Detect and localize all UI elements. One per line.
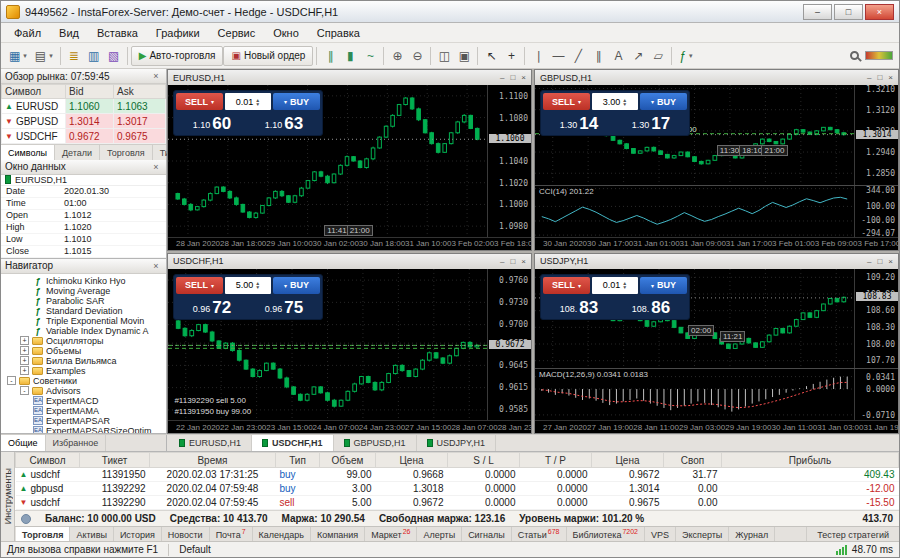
expand-icon[interactable]: + xyxy=(20,346,29,355)
tree-item[interactable]: ƒIchimoku Kinko Hyo xyxy=(3,276,166,286)
tree-item[interactable]: ƒStandard Deviation xyxy=(3,306,166,316)
minimize-chart-button[interactable]: – xyxy=(500,73,504,82)
close-icon[interactable]: × xyxy=(150,71,162,81)
profile-selector[interactable]: Default xyxy=(179,544,211,555)
tree-item[interactable]: +Examples xyxy=(3,366,166,376)
column-header[interactable]: Bid xyxy=(66,85,114,99)
trendline-button[interactable]: ╱ xyxy=(568,46,588,66)
chart-plot[interactable]: 1.32101.31201.30301.29401.28501.3014SELL… xyxy=(535,85,898,185)
tile-windows-button[interactable]: ◫ xyxy=(434,46,454,66)
minimize-chart-button[interactable]: – xyxy=(867,73,871,82)
buy-button[interactable]: ▾BUY xyxy=(640,93,687,110)
column-header[interactable]: Символ xyxy=(16,453,80,468)
market-watch-tab[interactable]: Торговля xyxy=(100,145,153,160)
position-row[interactable]: ▲usdchf113919502020.02.03 17:31:25buy99.… xyxy=(16,468,899,482)
menu-item[interactable]: Вставка xyxy=(88,25,147,41)
terminal-tab[interactable]: Эксперты xyxy=(676,527,729,542)
terminal-tab[interactable]: VPS xyxy=(645,527,676,542)
close-chart-button[interactable]: × xyxy=(888,257,893,266)
close-chart-button[interactable]: × xyxy=(888,73,893,82)
chart-plot[interactable]: 0.97600.97300.97000.96750.96450.96150.95… xyxy=(168,269,531,421)
menu-item[interactable]: Сервис xyxy=(209,25,265,41)
bars-chart-button[interactable]: ∥ xyxy=(320,46,340,66)
new-chart-button[interactable]: ▦▾ xyxy=(5,46,31,66)
data-window-toggle[interactable]: ▥ xyxy=(84,46,104,66)
restore-chart-button[interactable]: □ xyxy=(877,257,882,266)
tree-item[interactable]: +Билла Вильямса xyxy=(3,356,166,366)
chart-titlebar[interactable]: EURUSD,H1–□× xyxy=(168,70,531,85)
arrow-tool-button[interactable]: ↗ xyxy=(628,46,648,66)
buy-button[interactable]: ▾BUY xyxy=(273,277,320,294)
market-watch-tab[interactable]: Детали xyxy=(55,145,100,160)
terminal-tab[interactable]: Библиотека7202 xyxy=(567,527,646,542)
column-header[interactable]: Тип xyxy=(276,453,320,468)
position-row[interactable]: ▼usdchf113922902020.02.04 07:59:45sell5.… xyxy=(16,496,899,510)
strategy-tester-tab[interactable]: Тестер стратегий xyxy=(806,527,899,542)
expand-icon[interactable]: + xyxy=(20,336,29,345)
collapse-icon[interactable]: - xyxy=(20,386,29,395)
terminal-tab[interactable]: Маркет26 xyxy=(365,527,417,542)
tools-vertical-tab[interactable]: Инструменты xyxy=(1,452,15,541)
chart-titlebar[interactable]: USDCHF,H1–□× xyxy=(168,254,531,269)
chart-tab[interactable]: USDCHF,H1 xyxy=(252,435,334,451)
tree-item[interactable]: +Объемы xyxy=(3,346,166,356)
navigator-tab[interactable]: Общие xyxy=(1,435,46,451)
column-header[interactable]: Цена xyxy=(592,453,664,468)
market-watch-row[interactable]: ▼USDCHF0.96720.9675 xyxy=(2,129,166,144)
indicators-button[interactable]: ƒ▾ xyxy=(675,46,696,66)
tree-item[interactable]: ƒVariable Index Dynamic A xyxy=(3,326,166,336)
expand-icon[interactable]: + xyxy=(20,366,29,375)
tree-item[interactable]: ƒTriple Exponential Movin xyxy=(3,316,166,326)
navigator-tab[interactable]: Избранное xyxy=(46,435,107,451)
market-watch-row[interactable]: ▼GBPUSD1.30141.3017 xyxy=(2,114,166,129)
close-chart-button[interactable]: × xyxy=(521,257,526,266)
chart-plot[interactable]: 1.11001.10801.10601.10401.10201.10001.09… xyxy=(168,85,531,237)
close-button[interactable]: × xyxy=(865,4,894,20)
terminal-tab[interactable]: Журнал xyxy=(729,527,775,542)
close-icon[interactable]: × xyxy=(150,261,162,271)
sell-button[interactable]: SELL▾ xyxy=(543,277,590,294)
spinner-icon[interactable]: ▲▼ xyxy=(622,98,627,106)
column-header[interactable]: Цена xyxy=(376,453,448,468)
maximize-button[interactable]: □ xyxy=(834,4,863,20)
chart-titlebar[interactable]: GBPUSD,H1–□× xyxy=(535,70,898,85)
market-watch-toggle[interactable]: ≣ xyxy=(64,46,84,66)
sell-button[interactable]: SELL▾ xyxy=(176,277,223,294)
search-icon[interactable] xyxy=(850,51,859,60)
restore-chart-button[interactable]: □ xyxy=(510,73,515,82)
buy-button[interactable]: ▾BUY xyxy=(640,277,687,294)
channel-button[interactable]: ∥ xyxy=(588,46,608,66)
candles-chart-button[interactable]: ▮ xyxy=(340,46,360,66)
minimize-chart-button[interactable]: – xyxy=(867,257,871,266)
horizontal-line-button[interactable]: ― xyxy=(548,46,568,66)
column-header[interactable]: Объем xyxy=(320,453,376,468)
column-header[interactable]: T / P xyxy=(520,453,592,468)
terminal-tab[interactable]: Почта7 xyxy=(210,527,253,542)
close-chart-button[interactable]: × xyxy=(521,73,526,82)
terminal-tab[interactable]: Новости xyxy=(162,527,210,542)
menu-item[interactable]: Графики xyxy=(147,25,209,41)
zoom-in-button[interactable]: ⊕ xyxy=(387,46,407,66)
sell-button[interactable]: SELL▾ xyxy=(176,93,223,110)
collapse-icon[interactable]: - xyxy=(7,376,16,385)
navigator-toggle[interactable]: ▧ xyxy=(104,46,124,66)
chart-tab[interactable]: GBPUSD,H1 xyxy=(334,435,417,451)
terminal-tab[interactable]: Алерты xyxy=(417,527,462,542)
text-button[interactable]: A xyxy=(608,46,628,66)
tree-item[interactable]: ƒParabolic SAR xyxy=(3,296,166,306)
sell-button[interactable]: SELL▾ xyxy=(543,93,590,110)
terminal-tab[interactable]: Активы xyxy=(70,527,113,542)
cursor-button[interactable]: ↖ xyxy=(481,46,501,66)
expand-icon[interactable]: + xyxy=(20,356,29,365)
tree-item[interactable]: +Осцилляторы xyxy=(3,336,166,346)
autotrading-button[interactable]: ▶Авто-торговля xyxy=(131,46,224,66)
cascade-windows-button[interactable]: ▣ xyxy=(454,46,474,66)
menu-item[interactable]: Файл xyxy=(5,25,50,41)
lot-input[interactable]: 0.01▲▼ xyxy=(225,93,271,110)
new-order-button[interactable]: ▣Новый ордер xyxy=(223,46,313,66)
column-header[interactable]: Своп xyxy=(664,453,722,468)
market-watch-row[interactable]: ▲EURUSD1.10601.1063 xyxy=(2,99,166,114)
column-header[interactable]: Прибыль xyxy=(722,453,899,468)
terminal-tab[interactable]: История xyxy=(114,527,162,542)
terminal-tab[interactable]: Сигналы xyxy=(462,527,512,542)
